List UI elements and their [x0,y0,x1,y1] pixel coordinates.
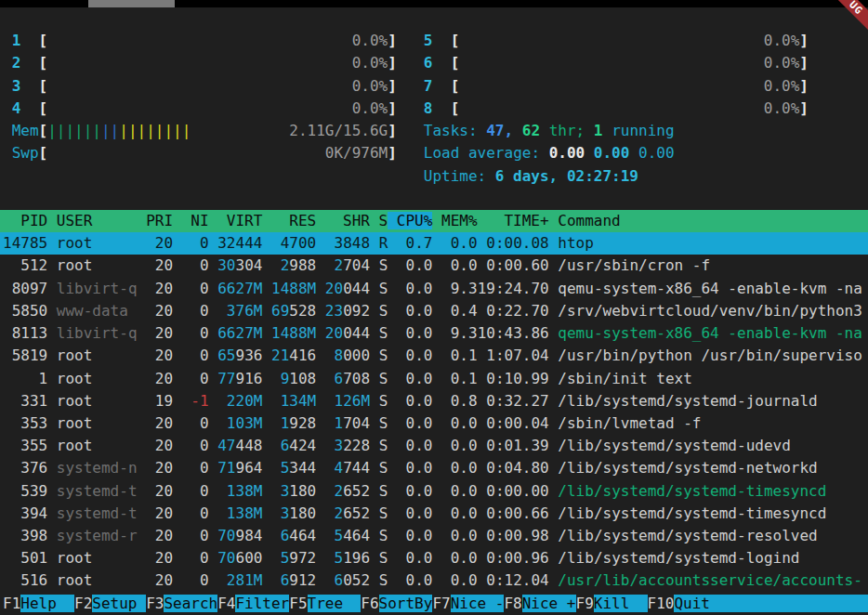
cell-time: 10:43.86 [478,324,549,342]
text-segment [262,234,271,252]
text-segment [47,549,57,567]
text-segment [262,482,271,500]
cell-pid: 5819 [3,347,47,364]
column-header-command[interactable]: Command [549,212,621,229]
cell-cpu-percent: 0.0 [388,414,432,432]
cell-state: S [370,414,388,432]
cell-shr: 744 [343,459,370,477]
text-segment [209,437,218,454]
meter-open-bracket: [ [39,122,48,139]
column-header-time[interactable]: TIME+ [478,212,549,229]
fkey-f6-key[interactable]: F6 [361,595,378,612]
process-row-331[interactable]: 331 root 19 -1 220M 134M 126M S 0.0 0.8 … [0,390,868,412]
cell-time: 19:24.70 [478,280,549,297]
text-segment [209,504,218,522]
text-segment [549,482,559,500]
fkey-f3-key[interactable]: F3 [146,595,164,612]
cell-time: 0:00.98 [478,527,549,544]
column-header-virt[interactable]: VIRT [209,212,263,229]
column-header-s[interactable]: S [370,212,388,229]
fkey-f6-label[interactable]: SortBy [379,595,433,612]
column-header-ni[interactable]: NI [173,212,209,229]
cell-command: /sbin/init text [558,370,692,387]
column-header-res[interactable]: RES [262,212,316,229]
fkey-f1-label[interactable]: Help [20,595,74,612]
text-segment [173,256,182,274]
cell-command: /lib/systemd/systemd-journald [558,392,817,410]
process-row-394[interactable]: 394 systemd-t 20 0 138M 3180 2652 S 0.0 … [0,503,868,525]
cell-command: /usr/bin/python /usr/bin/superviso [558,347,862,364]
cell-res: 6 [271,527,289,544]
cell-cpu-percent: 0.0 [388,256,432,274]
cell-virt: 281M [217,571,262,589]
process-row-8113[interactable]: 8113 libvirt-q 20 0 6627M 1488M 20044 S … [0,322,868,345]
process-row-539[interactable]: 539 systemd-t 20 0 138M 3180 2652 S 0.0 … [0,480,868,503]
cell-nice: 0 [182,256,209,274]
process-row-355[interactable]: 355 root 20 0 47448 6424 3228 S 0.0 0.0 … [0,435,868,457]
meter-close-bracket: ] [799,77,809,95]
process-row-353[interactable]: 353 root 20 0 103M 1928 1704 S 0.0 0.0 0… [0,412,868,435]
fkey-f2-label[interactable]: Setup [92,595,146,612]
cpu1-meter-label: 1 [3,32,20,49]
column-header-cpu-sorted[interactable]: CPU% [388,212,432,229]
column-header-mem[interactable]: MEM% [432,212,477,229]
fkey-f8-key[interactable]: F8 [504,595,521,612]
cell-res: 424 [289,437,316,454]
column-header-shr[interactable]: SHR [316,212,370,229]
process-row-5819[interactable]: 5819 root 20 0 65936 21416 8000 S 0.0 0.… [0,345,868,367]
cell-virt: 6627M [217,324,262,342]
process-row-501[interactable]: 501 root 20 0 70600 5972 5196 S 0.0 0.0 … [0,547,868,569]
process-row-1[interactable]: 1 root 20 0 77916 9108 6708 S 0.0 0.1 0:… [0,368,868,390]
column-header-pid[interactable]: PID [3,212,47,229]
fkey-f4-key[interactable]: F4 [217,595,235,612]
cell-user: systemd-r [57,527,138,544]
process-row-512[interactable]: 512 root 20 0 30304 2988 2704 S 0.0 0.0 … [0,255,868,277]
fkey-f8-label[interactable]: Nice + [522,595,576,612]
cell-virt: 600 [236,549,263,567]
cell-nice: 0 [182,527,209,544]
fkey-f3-label[interactable]: Search [164,595,217,612]
text-segment [262,437,271,454]
process-row-376[interactable]: 376 systemd-n 20 0 71964 5344 4744 S 0.0… [0,457,868,479]
cell-nice: 0 [182,280,209,297]
cell-state: S [370,370,388,387]
fkey-f7-key[interactable]: F7 [432,595,450,612]
cell-time: 0:00.96 [478,549,549,567]
column-header-pri[interactable]: PRI [138,212,174,229]
process-row-14785[interactable]: 14785 root 20 0 32444 4700 3848 R 0.7 0.… [0,232,868,255]
cell-priority: 20 [138,370,174,387]
cell-user: root [57,392,138,410]
text-segment [549,256,559,274]
fkey-f10-label[interactable]: Quit [674,595,868,612]
fkey-f10-key[interactable]: F10 [648,595,675,612]
fkey-f4-label[interactable]: Filter [235,595,289,612]
window-top-tab[interactable] [88,0,175,7]
swap-meter-value: 0K/976M [325,144,388,162]
process-row-8097[interactable]: 8097 libvirt-q 20 0 6627M 1488M 20044 S … [0,278,868,300]
process-row-516[interactable]: 516 root 20 0 281M 6912 6052 S 0.0 0.0 0… [0,569,868,592]
text-segment [549,571,559,589]
meter-open-bracket: [ [39,77,48,95]
fkey-f5-label[interactable]: Tree [308,595,362,612]
fkey-f9-key[interactable]: F9 [576,595,594,612]
fkey-f5-key[interactable]: F5 [289,595,307,612]
cell-nice: 0 [182,302,209,320]
meter-open-bracket: [ [451,54,460,72]
memory-meter-value: 2.11G/15.6G [289,122,388,139]
fkey-f1-key[interactable]: F1 [3,595,20,612]
text-segment [459,77,764,95]
process-row-398[interactable]: 398 systemd-r 20 0 70984 6464 5464 S 0.0… [0,525,868,547]
column-header-user[interactable]: USER [47,212,137,229]
cell-mem-percent: 9.3 [432,280,477,297]
fkey-f2-key[interactable]: F2 [74,595,92,612]
fkey-f9-label[interactable]: Kill [594,595,648,612]
fkey-f7-label[interactable]: Nice - [451,595,505,612]
text-segment [209,324,218,342]
cell-shr: 20 [325,324,343,342]
text-segment [316,459,325,477]
cell-res: 1 [271,414,289,432]
cell-pid: 376 [3,459,47,477]
cpu6-meter-label: 6 [424,54,433,72]
text-segment [209,347,218,364]
process-row-5850[interactable]: 5850 www-data 20 0 376M 69528 23092 S 0.… [0,300,868,322]
